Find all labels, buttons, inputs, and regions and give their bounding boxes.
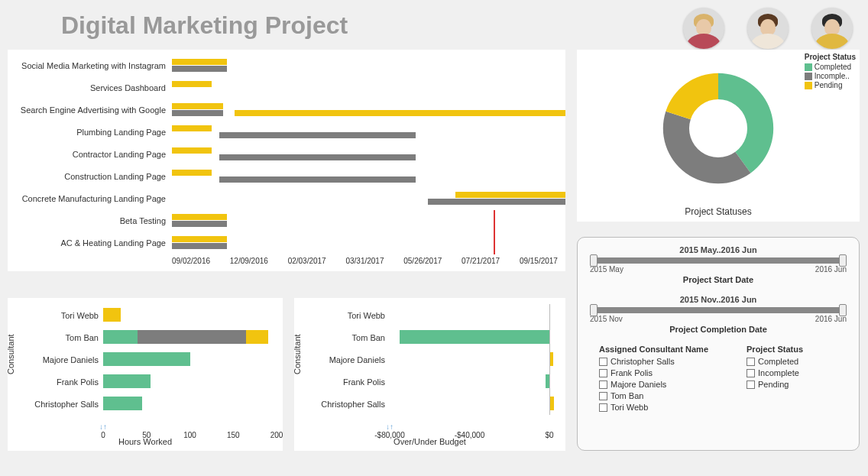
status-checkbox-row[interactable]: Completed	[747, 357, 803, 366]
donut-caption: Project Statuses	[577, 206, 860, 217]
gantt-bar[interactable]	[219, 154, 416, 160]
avatar[interactable]	[683, 8, 724, 49]
bar-segment[interactable]	[103, 374, 151, 388]
axis-tick: 07/21/2017	[462, 257, 500, 265]
gantt-bar[interactable]	[235, 110, 427, 116]
slider-thumb-right[interactable]	[839, 304, 847, 316]
checkbox-icon[interactable]	[599, 380, 607, 389]
axis-tick: 09/02/2016	[172, 257, 210, 265]
gantt-bar[interactable]	[172, 66, 227, 72]
slider-name: Project Completion Date	[587, 325, 850, 334]
bar-segment[interactable]	[400, 330, 549, 344]
gantt-bar[interactable]	[172, 236, 227, 242]
gantt-row: Social Media Marketing with Instagram	[8, 54, 565, 76]
avatar[interactable]	[811, 8, 853, 49]
checkbox-icon[interactable]	[599, 369, 607, 377]
consultant-checkbox-row[interactable]: Christopher Salls	[599, 357, 708, 366]
chart-row-label: Tori Webb	[8, 311, 103, 320]
legend-item[interactable]: Completed	[805, 63, 856, 71]
chart-row-label: Majore Daniels	[294, 355, 390, 364]
gantt-chart: Social Media Marketing with InstagramSer…	[8, 50, 565, 271]
consultant-checkbox-row[interactable]: Majore Daniels	[599, 380, 708, 389]
chart-row: Frank Polis	[8, 371, 283, 393]
chart-row-label: Frank Polis	[8, 377, 103, 387]
gantt-bar[interactable]	[172, 103, 223, 109]
slider-range-label: 2015 Nov..2016 Jun	[587, 295, 850, 304]
gantt-row-label: Plumbing Landing Page	[8, 128, 172, 137]
project-completion-date-slider[interactable]: 2015 Nov..2016 Jun 2015 Nov 2016 Jun Pro…	[587, 295, 850, 334]
slider-thumb-right[interactable]	[839, 254, 847, 267]
checkbox-icon[interactable]	[599, 358, 607, 366]
sort-icon[interactable]: ↓↑	[99, 423, 107, 431]
gantt-bar[interactable]	[219, 132, 416, 138]
checkbox-label: Completed	[758, 357, 798, 366]
avatars	[683, 8, 853, 49]
gantt-row: Contractor Landing Page	[8, 143, 565, 165]
slider-thumb-left[interactable]	[590, 304, 598, 316]
avatar[interactable]	[747, 8, 789, 49]
legend-label: Incomple..	[815, 72, 850, 80]
gantt-bar[interactable]	[455, 192, 565, 198]
legend-item[interactable]: Pending	[805, 81, 856, 89]
checkbox-icon[interactable]	[747, 358, 755, 366]
bar-segment[interactable]	[103, 397, 142, 410]
gantt-bar[interactable]	[172, 170, 212, 176]
checkbox-icon[interactable]	[747, 380, 755, 389]
consultant-checkbox-row[interactable]: Tori Webb	[599, 403, 708, 412]
slider-thumb-left[interactable]	[590, 254, 598, 267]
donut-legend-title: Project Status	[805, 53, 856, 61]
slider-track[interactable]	[591, 307, 845, 313]
bar-segment[interactable]	[138, 330, 246, 344]
chart-row-label: Tom Ban	[8, 333, 103, 342]
checkbox-icon[interactable]	[599, 403, 607, 412]
legend-item[interactable]: Incomple..	[805, 72, 856, 80]
gantt-bar[interactable]	[172, 214, 227, 220]
chart-row: Frank Polis	[294, 371, 565, 393]
gantt-row: AC & Heating Landing Page	[8, 232, 565, 254]
gantt-row: Construction Landing Page	[8, 165, 565, 187]
gantt-bar[interactable]	[219, 176, 416, 183]
consultant-checkbox-row[interactable]: Tom Ban	[599, 391, 708, 400]
donut-legend: Project Status CompletedIncomple..Pendin…	[805, 53, 856, 90]
budget-xlabel: Over/Under Budget	[294, 437, 565, 446]
axis-tick: 09/15/2017	[520, 257, 558, 265]
gantt-bar[interactable]	[172, 81, 212, 87]
hours-worked-chart: Consultant Tori WebbTom BanMajore Daniel…	[8, 298, 283, 451]
gantt-bar[interactable]	[428, 110, 565, 116]
chart-row: Tom Ban	[8, 326, 283, 348]
status-checkbox-row[interactable]: Incomplete	[747, 368, 803, 377]
status-checkbox-row[interactable]: Pending	[747, 380, 803, 389]
legend-label: Completed	[815, 63, 851, 71]
hours-xlabel: Hours Worked	[8, 437, 283, 446]
sort-icon[interactable]: ↓↑	[386, 423, 394, 431]
bar-segment[interactable]	[103, 308, 121, 322]
consultant-filter-title: Assigned Consultant Name	[599, 345, 708, 354]
chart-row: Tori Webb	[8, 304, 283, 326]
bar-segment[interactable]	[103, 352, 190, 366]
gantt-bar[interactable]	[172, 243, 227, 249]
donut-slice[interactable]	[663, 112, 751, 184]
slider-track[interactable]	[591, 257, 845, 264]
checkbox-icon[interactable]	[599, 392, 607, 400]
gantt-row-label: Contractor Landing Page	[8, 150, 172, 159]
chart-row-label: Tom Ban	[294, 333, 390, 342]
gantt-bar[interactable]	[172, 221, 227, 227]
gantt-bar[interactable]	[172, 110, 223, 116]
gantt-bar[interactable]	[428, 199, 565, 205]
gantt-bar[interactable]	[172, 59, 227, 65]
legend-swatch	[805, 63, 812, 71]
slider-name: Project Start Date	[587, 275, 850, 284]
gantt-bar[interactable]	[172, 125, 212, 131]
bar-segment[interactable]	[103, 330, 138, 344]
donut-icon	[646, 56, 791, 201]
filter-panel: 2015 May..2016 Jun 2015 May 2016 Jun Pro…	[577, 237, 860, 451]
checkbox-icon[interactable]	[747, 369, 755, 377]
project-start-date-slider[interactable]: 2015 May..2016 Jun 2015 May 2016 Jun Pro…	[587, 245, 850, 284]
checkbox-label: Tom Ban	[611, 391, 643, 400]
donut-slice[interactable]	[666, 73, 718, 119]
gantt-row-label: AC & Heating Landing Page	[8, 238, 172, 248]
gantt-bar[interactable]	[172, 147, 212, 154]
consultant-checkbox-row[interactable]: Frank Polis	[599, 368, 708, 377]
bar-segment[interactable]	[246, 330, 267, 344]
gantt-row-label: Beta Testing	[8, 216, 172, 225]
